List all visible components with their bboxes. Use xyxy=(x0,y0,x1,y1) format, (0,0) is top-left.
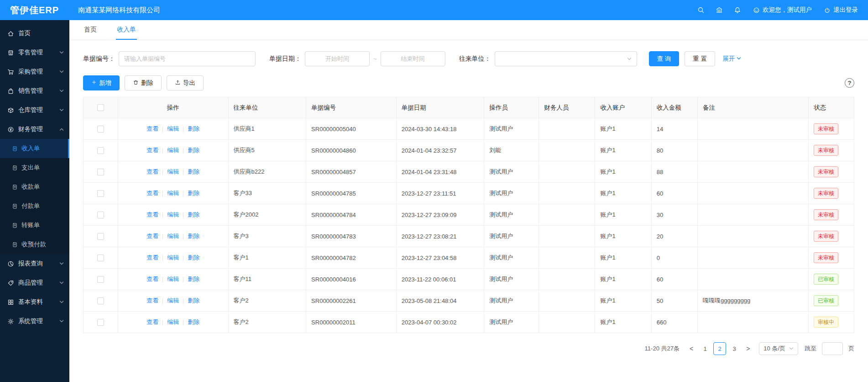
sidebar-item-transfer-bill[interactable]: 转账单 xyxy=(0,216,69,235)
edit-link[interactable]: 编辑 xyxy=(167,254,179,261)
sidebar-item-purchase[interactable]: 采购管理 xyxy=(0,62,69,81)
remark-cell xyxy=(698,269,809,290)
view-link[interactable]: 查看 xyxy=(146,147,158,154)
view-link[interactable]: 查看 xyxy=(146,211,158,218)
help-icon[interactable]: ? xyxy=(845,78,854,88)
view-link[interactable]: 查看 xyxy=(146,168,158,175)
bell-icon[interactable] xyxy=(734,6,741,14)
view-link[interactable]: 查看 xyxy=(146,318,158,325)
next-page-button[interactable]: > xyxy=(743,345,753,352)
delete-link[interactable]: 删除 xyxy=(188,125,199,132)
delete-link[interactable]: 删除 xyxy=(188,233,199,239)
sidebar-item-label: 收入单 xyxy=(21,144,40,153)
row-checkbox[interactable] xyxy=(97,169,104,175)
bank-icon[interactable] xyxy=(716,6,723,14)
row-checkbox[interactable] xyxy=(97,233,104,240)
start-date-input[interactable] xyxy=(305,51,370,66)
sidebar-item-home[interactable]: 首页 xyxy=(0,24,69,43)
edit-link[interactable]: 编辑 xyxy=(167,233,179,239)
row-checkbox[interactable] xyxy=(97,297,104,304)
edit-link[interactable]: 编辑 xyxy=(167,297,179,304)
delete-link[interactable]: 删除 xyxy=(188,147,199,154)
row-checkbox[interactable] xyxy=(97,147,104,154)
sidebar-item-finance[interactable]: 财务管理 xyxy=(0,120,69,139)
sidebar-item-report[interactable]: 报表查询 xyxy=(0,254,69,273)
tab-income-bill[interactable]: 收入单 xyxy=(116,20,137,40)
page-size-select[interactable]: 10 条/页 xyxy=(759,342,798,355)
sidebar-item-retail[interactable]: 零售管理 xyxy=(0,43,69,62)
delete-button[interactable]: 删除 xyxy=(125,75,162,90)
jump-page-input[interactable] xyxy=(822,342,843,355)
delete-link[interactable]: 删除 xyxy=(188,168,199,175)
view-link[interactable]: 查看 xyxy=(146,190,158,196)
edit-link[interactable]: 编辑 xyxy=(167,211,179,218)
row-checkbox[interactable] xyxy=(97,126,104,133)
search-icon[interactable] xyxy=(697,6,705,14)
row-checkbox[interactable] xyxy=(97,255,104,261)
expand-link[interactable]: 展开 xyxy=(722,55,741,63)
sidebar-item-label: 系统管理 xyxy=(18,317,55,325)
view-link[interactable]: 查看 xyxy=(146,276,158,282)
bill-no-cell: SR00000004857 xyxy=(306,161,397,183)
action-divider xyxy=(183,277,183,282)
view-link[interactable]: 查看 xyxy=(146,125,158,132)
add-button[interactable]: 新增 xyxy=(83,75,120,90)
sidebar-item-sales[interactable]: 销售管理 xyxy=(0,81,69,101)
view-link[interactable]: 查看 xyxy=(146,297,158,304)
finance-icon xyxy=(7,126,14,133)
page-button-3[interactable]: 3 xyxy=(728,342,741,355)
search-button[interactable]: 查 询 xyxy=(649,51,680,66)
row-checkbox[interactable] xyxy=(97,190,104,197)
logout-button[interactable]: 退出登录 xyxy=(824,6,858,14)
sidebar-item-warehouse[interactable]: 仓库管理 xyxy=(0,101,69,120)
sidebar-item-payment-bill[interactable]: 付款单 xyxy=(0,196,69,216)
sidebar-item-goods[interactable]: 商品管理 xyxy=(0,273,69,292)
delete-link[interactable]: 删除 xyxy=(188,254,199,261)
actions-cell: 查看编辑删除 xyxy=(118,226,229,247)
chevron-down-icon xyxy=(59,261,64,266)
page-button-1[interactable]: 1 xyxy=(699,342,711,355)
partner-select[interactable] xyxy=(495,51,637,66)
view-link[interactable]: 查看 xyxy=(146,233,158,239)
edit-link[interactable]: 编辑 xyxy=(167,147,179,154)
reset-button[interactable]: 重 置 xyxy=(685,51,715,66)
retail-icon xyxy=(7,49,14,56)
sidebar-item-receipt-bill[interactable]: 收款单 xyxy=(0,177,69,196)
action-divider xyxy=(162,170,163,175)
end-date-input[interactable] xyxy=(381,51,445,66)
actions-cell: 查看编辑删除 xyxy=(118,204,229,226)
select-all-checkbox[interactable] xyxy=(97,104,104,111)
welcome-user[interactable]: 欢迎您，测试用户 xyxy=(753,6,812,14)
edit-link[interactable]: 编辑 xyxy=(167,168,179,175)
chevron-down-icon xyxy=(59,50,64,55)
sidebar-item-basic[interactable]: 基本资料 xyxy=(0,292,69,312)
row-checkbox[interactable] xyxy=(97,212,104,218)
delete-link[interactable]: 删除 xyxy=(188,318,199,325)
view-link[interactable]: 查看 xyxy=(146,254,158,261)
row-checkbox[interactable] xyxy=(97,276,104,283)
sidebar-item-income-bill[interactable]: 收入单 xyxy=(0,139,69,158)
delete-link[interactable]: 删除 xyxy=(188,297,199,304)
action-divider xyxy=(183,320,183,325)
remark-cell xyxy=(698,118,809,140)
sidebar-item-advance-receipt[interactable]: 收预付款 xyxy=(0,235,69,254)
tab-home[interactable]: 首页 xyxy=(83,20,98,40)
edit-link[interactable]: 编辑 xyxy=(167,125,179,132)
bill-no-input[interactable] xyxy=(119,51,256,66)
edit-link[interactable]: 编辑 xyxy=(167,318,179,325)
delete-link[interactable]: 删除 xyxy=(188,211,199,218)
sidebar-item-system[interactable]: 系统管理 xyxy=(0,312,69,331)
prev-page-button[interactable]: < xyxy=(687,345,696,352)
delete-link[interactable]: 删除 xyxy=(188,276,199,282)
edit-link[interactable]: 编辑 xyxy=(167,276,179,282)
account-cell: 账户1 xyxy=(595,290,651,312)
edit-link[interactable]: 编辑 xyxy=(167,190,179,196)
page-button-2[interactable]: 2 xyxy=(713,342,726,355)
sidebar-item-expense-bill[interactable]: 支出单 xyxy=(0,158,69,177)
export-button[interactable]: 导出 xyxy=(167,75,204,90)
delete-link[interactable]: 删除 xyxy=(188,190,199,196)
row-checkbox[interactable] xyxy=(97,319,104,326)
system-icon xyxy=(7,318,14,325)
account-cell: 账户1 xyxy=(595,247,651,269)
action-divider xyxy=(183,234,183,239)
